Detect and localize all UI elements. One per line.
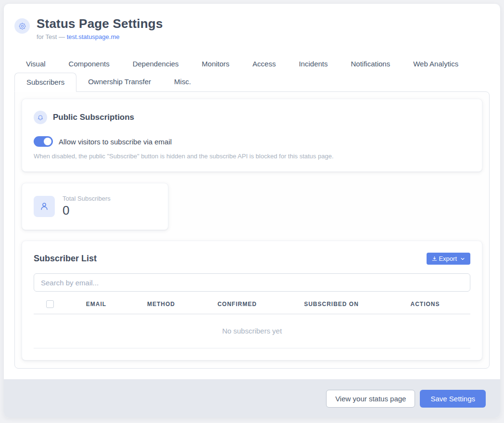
tab-ownership-transfer[interactable]: Ownership Transfer xyxy=(76,73,163,91)
tab-misc[interactable]: Misc. xyxy=(163,73,202,91)
header-text-block: Status Page Settings for Test — test.sta… xyxy=(37,16,163,40)
column-header-email: EMAIL xyxy=(62,301,131,308)
tab-access[interactable]: Access xyxy=(241,55,287,73)
stat-text-block: Total Subscribers 0 xyxy=(63,195,111,218)
search-input[interactable] xyxy=(34,273,470,292)
subscriber-list-header: Subscriber List Export xyxy=(34,253,470,265)
subscriber-list-card: Subscriber List Export EMAIL METHOD xyxy=(22,241,482,360)
toggle-helper-text: When disabled, the public "Subscribe" bu… xyxy=(34,153,470,160)
tab-row-1: Visual Components Dependencies Monitors … xyxy=(14,55,490,73)
select-all-checkbox[interactable] xyxy=(46,300,54,308)
tab-subscribers[interactable]: Subscribers xyxy=(14,73,76,92)
stat-label: Total Subscribers xyxy=(63,195,111,202)
tab-incidents[interactable]: Incidents xyxy=(287,55,339,73)
toggle-knob xyxy=(44,138,51,145)
status-page-link[interactable]: test.statuspage.me xyxy=(67,33,120,40)
download-icon xyxy=(431,256,438,262)
export-label: Export xyxy=(439,255,457,262)
status-page-settings-card: Status Page Settings for Test — test.sta… xyxy=(4,4,500,418)
export-button[interactable]: Export xyxy=(427,253,470,265)
settings-tabs: Visual Components Dependencies Monitors … xyxy=(4,55,500,91)
tab-web-analytics[interactable]: Web Analytics xyxy=(402,55,470,73)
view-status-page-button[interactable]: View your status page xyxy=(326,390,415,408)
user-icon xyxy=(34,196,55,217)
subtitle-prefix: for Test — xyxy=(37,33,67,40)
column-header-method: METHOD xyxy=(131,301,191,308)
settings-footer: View your status page Save Settings xyxy=(4,379,500,418)
tab-visual[interactable]: Visual xyxy=(14,55,57,73)
public-subscriptions-title: Public Subscriptions xyxy=(53,113,134,122)
page-header: Status Page Settings for Test — test.sta… xyxy=(4,4,500,40)
bell-icon xyxy=(34,111,47,124)
allow-subscribe-toggle[interactable] xyxy=(34,136,53,147)
subscribers-tab-panel: Public Subscriptions Allow visitors to s… xyxy=(14,91,490,369)
public-subscriptions-header: Public Subscriptions xyxy=(34,111,470,124)
tab-notifications[interactable]: Notifications xyxy=(340,55,402,73)
page-title: Status Page Settings xyxy=(37,16,163,31)
total-subscribers-card: Total Subscribers 0 xyxy=(22,183,168,230)
table-header-row: EMAIL METHOD CONFIRMED SUBSCRIBED ON ACT… xyxy=(34,300,470,314)
toggle-label: Allow visitors to subscribe via email xyxy=(59,138,172,146)
tab-monitors[interactable]: Monitors xyxy=(190,55,241,73)
subscribe-toggle-row: Allow visitors to subscribe via email xyxy=(34,136,470,147)
empty-state-message: No subscribers yet xyxy=(34,314,470,348)
save-settings-button[interactable]: Save Settings xyxy=(420,390,486,408)
column-header-actions: ACTIONS xyxy=(380,301,470,308)
chevron-down-icon xyxy=(460,256,466,262)
header-checkbox-cell xyxy=(34,300,62,308)
column-header-subscribed-on: SUBSCRIBED ON xyxy=(283,301,380,308)
tab-row-2: Subscribers Ownership Transfer Misc. xyxy=(14,73,490,91)
public-subscriptions-card: Public Subscriptions Allow visitors to s… xyxy=(22,99,482,172)
tab-components[interactable]: Components xyxy=(57,55,121,73)
subscriber-list-title: Subscriber List xyxy=(34,254,97,264)
subscriber-table: EMAIL METHOD CONFIRMED SUBSCRIBED ON ACT… xyxy=(34,300,470,348)
column-header-confirmed: CONFIRMED xyxy=(191,301,283,308)
gear-icon xyxy=(14,18,30,34)
page-subtitle: for Test — test.statuspage.me xyxy=(37,33,163,40)
stat-value: 0 xyxy=(63,203,111,218)
tab-dependencies[interactable]: Dependencies xyxy=(121,55,190,73)
